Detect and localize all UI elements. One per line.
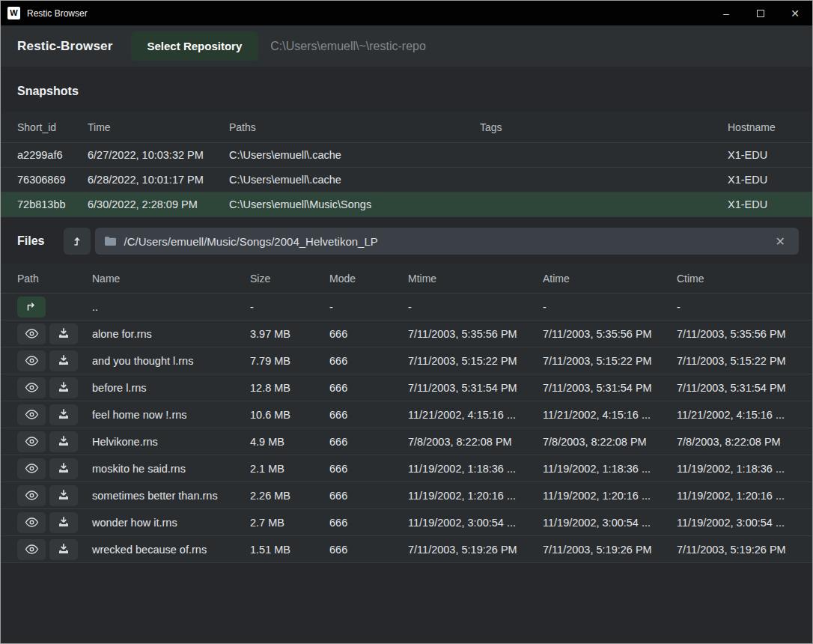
empty-area bbox=[1, 563, 812, 643]
file-name[interactable]: wonder how it.rns bbox=[92, 517, 250, 529]
files-heading: Files bbox=[17, 234, 44, 248]
download-file-button[interactable] bbox=[49, 512, 78, 533]
file-atime: 7/8/2003, 8:22:08 PM bbox=[543, 436, 677, 448]
close-icon: ✕ bbox=[776, 235, 785, 248]
file-atime: 11/19/2002, 1:20:16 ... bbox=[543, 490, 677, 502]
file-row: wonder how it.rns 2.7 MB 666 11/19/2002,… bbox=[1, 509, 812, 536]
file-mtime: 11/19/2002, 1:20:16 ... bbox=[408, 490, 543, 502]
maximize-button[interactable] bbox=[743, 1, 778, 25]
file-name[interactable]: moskito he said.rns bbox=[92, 463, 250, 475]
eye-icon bbox=[25, 329, 39, 338]
file-name[interactable]: Helvikone.rns bbox=[92, 436, 250, 448]
file-ctime: - bbox=[677, 301, 808, 313]
download-icon bbox=[58, 490, 70, 501]
select-repository-button[interactable]: Select Repository bbox=[131, 31, 259, 61]
file-mode: 666 bbox=[329, 328, 408, 340]
file-atime: 7/11/2003, 5:15:22 PM bbox=[543, 355, 677, 367]
download-icon bbox=[58, 382, 70, 393]
download-file-button[interactable] bbox=[49, 539, 78, 560]
file-mtime: 7/11/2003, 5:19:26 PM bbox=[408, 544, 543, 556]
file-mtime: 7/11/2003, 5:15:22 PM bbox=[408, 355, 543, 367]
preview-file-button[interactable] bbox=[17, 323, 46, 344]
eye-icon bbox=[25, 517, 39, 527]
file-ctime: 7/11/2003, 5:35:56 PM bbox=[677, 328, 808, 340]
current-path-bar[interactable]: /C/Users/emuell/Music/Songs/2004_Helveti… bbox=[95, 228, 799, 255]
go-up-button[interactable] bbox=[17, 297, 46, 318]
minimize-icon: – bbox=[723, 7, 729, 19]
preview-file-button[interactable] bbox=[17, 539, 46, 560]
header: Restic-Browser Select Repository C:\User… bbox=[1, 25, 812, 67]
maximize-icon bbox=[757, 10, 764, 17]
file-mode: 666 bbox=[329, 355, 408, 367]
clear-path-button[interactable]: ✕ bbox=[771, 233, 790, 250]
file-size: - bbox=[250, 301, 329, 313]
download-icon bbox=[58, 409, 70, 420]
file-mtime: - bbox=[408, 301, 543, 313]
snapshot-paths: C:\Users\emuell\.cache bbox=[229, 174, 480, 186]
file-name[interactable]: wrecked because of.rns bbox=[92, 544, 250, 556]
snapshot-short-id: 72b813bb bbox=[17, 198, 88, 210]
snapshot-time: 6/28/2022, 10:01:17 PM bbox=[88, 174, 229, 186]
snapshot-row-selected[interactable]: 72b813bb 6/30/2022, 2:28:09 PM C:\Users\… bbox=[1, 192, 812, 217]
file-name[interactable]: before l.rns bbox=[92, 382, 250, 394]
file-mode: 666 bbox=[329, 517, 408, 529]
snapshot-hostname: X1-EDU bbox=[728, 198, 799, 210]
folder-icon bbox=[104, 236, 117, 246]
eye-icon bbox=[25, 356, 39, 365]
snapshot-row[interactable]: 76306869 6/28/2022, 10:01:17 PM C:\Users… bbox=[1, 168, 812, 192]
file-ctime: 7/11/2003, 5:19:26 PM bbox=[677, 544, 808, 556]
file-mtime: 7/11/2003, 5:31:54 PM bbox=[408, 382, 543, 394]
eye-icon bbox=[25, 544, 39, 554]
file-ctime: 11/19/2002, 3:00:54 ... bbox=[677, 517, 808, 529]
col-size: Size bbox=[250, 273, 329, 285]
preview-file-button[interactable] bbox=[17, 512, 46, 533]
file-row: sometimes better than.rns 2.26 MB 666 11… bbox=[1, 482, 812, 509]
file-atime: 11/21/2002, 4:15:16 ... bbox=[543, 409, 677, 421]
download-icon bbox=[58, 544, 70, 555]
download-file-button[interactable] bbox=[49, 404, 78, 425]
file-name[interactable]: and you thought l.rns bbox=[92, 355, 250, 367]
col-paths: Paths bbox=[229, 121, 480, 133]
download-file-button[interactable] bbox=[49, 458, 78, 479]
eye-icon bbox=[25, 410, 39, 419]
download-file-button[interactable] bbox=[49, 485, 78, 506]
preview-file-button[interactable] bbox=[17, 431, 46, 452]
minimize-button[interactable]: – bbox=[709, 1, 743, 25]
file-mtime: 11/21/2002, 4:15:16 ... bbox=[408, 409, 543, 421]
file-mode: 666 bbox=[329, 544, 408, 556]
close-button[interactable]: ✕ bbox=[778, 1, 812, 25]
col-mode: Mode bbox=[329, 273, 408, 285]
eye-icon bbox=[25, 437, 39, 446]
file-mode: 666 bbox=[329, 382, 408, 394]
col-tags: Tags bbox=[480, 121, 728, 133]
window-title: Restic Browser bbox=[27, 8, 88, 19]
file-size: 1.51 MB bbox=[250, 544, 329, 556]
file-mode: 666 bbox=[329, 436, 408, 448]
file-name[interactable]: .. bbox=[92, 301, 250, 313]
file-row-parent: .. - - - - - bbox=[1, 294, 812, 321]
file-ctime: 7/11/2003, 5:15:22 PM bbox=[677, 355, 808, 367]
preview-file-button[interactable] bbox=[17, 458, 46, 479]
app-name: Restic-Browser bbox=[17, 39, 113, 54]
app-window: W Restic Browser – ✕ Restic-Browser Sele… bbox=[0, 0, 813, 644]
snapshot-row[interactable]: a2299af6 6/27/2022, 10:03:32 PM C:\Users… bbox=[1, 143, 812, 168]
snapshot-time: 6/27/2022, 10:03:32 PM bbox=[88, 149, 229, 161]
preview-file-button[interactable] bbox=[17, 404, 46, 425]
file-name[interactable]: feel home now !.rns bbox=[92, 409, 250, 421]
col-name: Name bbox=[92, 273, 250, 285]
preview-file-button[interactable] bbox=[17, 350, 46, 371]
preview-file-button[interactable] bbox=[17, 485, 46, 506]
download-file-button[interactable] bbox=[49, 377, 78, 398]
file-name[interactable]: alone for.rns bbox=[92, 328, 250, 340]
parent-directory-button[interactable] bbox=[64, 228, 91, 255]
titlebar: W Restic Browser – ✕ bbox=[1, 1, 812, 25]
preview-file-button[interactable] bbox=[17, 377, 46, 398]
download-file-button[interactable] bbox=[49, 431, 78, 452]
download-file-button[interactable] bbox=[49, 323, 78, 344]
file-mode: 666 bbox=[329, 409, 408, 421]
file-ctime: 11/21/2002, 4:15:16 ... bbox=[677, 409, 808, 421]
download-file-button[interactable] bbox=[49, 350, 78, 371]
file-row: feel home now !.rns 10.6 MB 666 11/21/20… bbox=[1, 401, 812, 428]
download-icon bbox=[58, 436, 70, 447]
file-name[interactable]: sometimes better than.rns bbox=[92, 490, 250, 502]
